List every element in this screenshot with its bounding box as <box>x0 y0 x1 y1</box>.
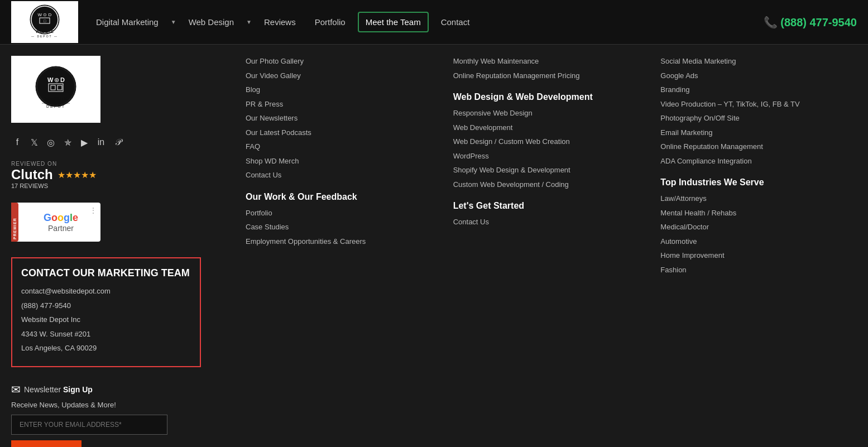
phone-icon: 📞 <box>764 16 778 28</box>
link-employment[interactable]: Employment Opportunities & Careers <box>246 236 431 247</box>
premier-badge: PREMIER <box>11 203 18 242</box>
link-ada[interactable]: ADA Compliance Integration <box>660 156 846 167</box>
svg-text:W: W <box>47 76 54 83</box>
contact-box: CONTACT OUR MARKETING TEAM contact@websi… <box>11 257 201 367</box>
link-email-marketing[interactable]: Email Marketing <box>660 127 846 138</box>
google-partner-badge: PREMIER Google Partner ⋮ <box>11 203 100 242</box>
top-left: W ⊛ D WEBSITE DEPOT f 𝕏 ◎ <box>11 56 223 249</box>
link-law[interactable]: Law/Attorneys <box>660 193 846 204</box>
clutch-review: REVIEWED ON Clutch ★★★★★ 17 REVIEWS <box>11 161 124 189</box>
subscribe-button[interactable]: SUBSCRIBE <box>11 440 81 448</box>
nav-phone[interactable]: 📞 (888) 477-9540 <box>764 16 857 29</box>
newsletter-label: Newsletter Sign Up <box>24 385 93 394</box>
link-shop[interactable]: Shop WD Merch <box>246 156 431 167</box>
link-social-media[interactable]: Social Media Marketing <box>660 56 846 67</box>
newsletter-section: ✉ Newsletter Sign Up Receive News, Updat… <box>11 383 223 448</box>
link-photo-gallery[interactable]: Our Photo Gallery <box>246 56 431 67</box>
main-content: W ⊛ D WEBSITE DEPOT f 𝕏 ◎ <box>0 45 868 447</box>
contact-address1: 4343 W. Sunset #201 <box>21 329 191 340</box>
reviews-count: 17 REVIEWS <box>11 182 124 189</box>
contact-email[interactable]: contact@websitedepot.com <box>21 286 191 297</box>
clutch-name: Clutch <box>11 167 53 182</box>
more-options-icon[interactable]: ⋮ <box>89 206 97 215</box>
link-automotive[interactable]: Automotive <box>660 236 846 247</box>
link-shopify[interactable]: Shopify Web Design & Development <box>453 165 639 176</box>
nav-reviews[interactable]: Reviews <box>257 13 303 31</box>
nav-digital-marketing[interactable]: Digital Marketing <box>89 13 165 31</box>
svg-text:D: D <box>60 76 65 83</box>
link-contact-us-1[interactable]: Contact Us <box>246 170 431 181</box>
reviewed-on-label: REVIEWED ON <box>11 161 124 167</box>
contact-address2: Los Angeles, CA 90029 <box>21 343 191 354</box>
col3-section2-title: Top Industries We Serve <box>660 177 846 188</box>
yelp-icon[interactable]: ✯ <box>61 136 74 148</box>
nav-links: Digital Marketing▼ Web Design▼ Reviews P… <box>89 12 764 32</box>
linkedin-icon[interactable]: in <box>95 136 107 148</box>
nav-portfolio[interactable]: Portfolio <box>308 13 352 31</box>
col1-section2: Our Work & Our Feedback Portfolio Case S… <box>246 192 431 247</box>
nav-web-design[interactable]: Web Design <box>182 13 241 31</box>
link-mental-health[interactable]: Mental Health / Rehabs <box>660 208 846 219</box>
link-pr-press[interactable]: PR & Press <box>246 99 431 110</box>
instagram-icon[interactable]: ◎ <box>45 136 57 148</box>
facebook-icon[interactable]: f <box>11 136 23 148</box>
col1-links: Our Photo Gallery Our Video Galley Blog … <box>246 56 431 181</box>
link-wordpress[interactable]: WordPress <box>453 151 639 162</box>
link-newsletters[interactable]: Our Newsletters <box>246 113 431 124</box>
col-industries: Social Media Marketing Google Ads Brandi… <box>649 56 857 447</box>
company-logo: W ⊛ D WEBSITE DEPOT <box>11 56 100 123</box>
link-monthly-maintenance[interactable]: Monthly Web Maintenance <box>453 56 639 67</box>
link-web-design-custom[interactable]: Web Design / Custom Web Creation <box>453 136 639 147</box>
col3-section1: Social Media Marketing Google Ads Brandi… <box>660 56 846 166</box>
navigation: W ⊙ D □ WEBSITE — DEPOT — Digital Market… <box>0 0 868 45</box>
svg-text:WEBSITE: WEBSITE <box>44 96 67 102</box>
link-faq[interactable]: FAQ <box>246 141 431 152</box>
link-web-dev[interactable]: Web Development <box>453 122 639 133</box>
left-section: W ⊛ D WEBSITE DEPOT f 𝕏 ◎ <box>11 56 223 447</box>
newsletter-description: Receive News, Updates & More! <box>11 401 223 409</box>
link-branding[interactable]: Branding <box>660 84 846 95</box>
col2-section1: Monthly Web Maintenance Online Reputatio… <box>453 56 639 81</box>
col2-section3: Let's Get Started Contact Us <box>453 201 639 228</box>
link-responsive-web[interactable]: Responsive Web Design <box>453 108 639 119</box>
email-input[interactable] <box>11 415 167 435</box>
link-home-improvement[interactable]: Home Improvement <box>660 250 846 261</box>
twitter-icon[interactable]: 𝕏 <box>28 136 40 148</box>
link-video-production[interactable]: Video Production – YT, TikTok, IG, FB & … <box>660 99 846 110</box>
nav-meet-team[interactable]: Meet the Team <box>358 12 429 32</box>
col-web-design: Monthly Web Maintenance Online Reputatio… <box>442 56 650 447</box>
contact-company: Website Depot Inc <box>21 314 191 325</box>
svg-text:DEPOT: DEPOT <box>46 104 65 108</box>
col2-section2-title: Web Design & Web Development <box>453 92 639 102</box>
link-photography[interactable]: Photography On/Off Site <box>660 113 846 124</box>
link-blog[interactable]: Blog <box>246 84 431 95</box>
pinterest-icon[interactable]: 𝒫 <box>112 136 124 148</box>
social-icons: f 𝕏 ◎ ✯ ▶ in 𝒫 <box>11 136 124 148</box>
link-portfolio[interactable]: Portfolio <box>246 208 431 219</box>
nav-contact[interactable]: Contact <box>434 13 477 31</box>
link-contact-us-2[interactable]: Contact Us <box>453 217 639 228</box>
svg-text:WEBSITE: WEBSITE <box>36 30 54 33</box>
contact-title: CONTACT OUR MARKETING TEAM <box>21 267 191 279</box>
link-google-ads[interactable]: Google Ads <box>660 70 846 81</box>
svg-text:⊛: ⊛ <box>54 76 59 83</box>
nav-logo: W ⊙ D □ WEBSITE — DEPOT — <box>11 1 78 43</box>
col2-section3-title: Let's Get Started <box>453 201 639 211</box>
svg-text:— DEPOT —: — DEPOT — <box>31 35 58 38</box>
link-fashion[interactable]: Fashion <box>660 265 846 276</box>
email-icon: ✉ <box>11 383 21 396</box>
star-rating: ★★★★★ <box>57 170 97 180</box>
col-about: Our Photo Gallery Our Video Galley Blog … <box>234 56 442 447</box>
contact-phone[interactable]: (888) 477-9540 <box>21 300 191 311</box>
youtube-icon[interactable]: ▶ <box>78 136 90 148</box>
link-orm[interactable]: Online Reputation Management <box>660 141 846 152</box>
link-case-studies[interactable]: Case Studies <box>246 222 431 233</box>
link-video-gallery[interactable]: Our Video Galley <box>246 70 431 81</box>
link-custom-web-dev[interactable]: Custom Web Development / Coding <box>453 179 639 190</box>
link-podcasts[interactable]: Our Latest Podcasts <box>246 127 431 138</box>
col3-section2: Top Industries We Serve Law/Attorneys Me… <box>660 177 846 275</box>
link-orm-pricing[interactable]: Online Reputation Management Pricing <box>453 70 639 81</box>
link-medical[interactable]: Medical/Doctor <box>660 222 846 233</box>
google-partner-text: Google Partner <box>44 212 78 233</box>
col2-section2: Web Design & Web Development Responsive … <box>453 92 639 190</box>
